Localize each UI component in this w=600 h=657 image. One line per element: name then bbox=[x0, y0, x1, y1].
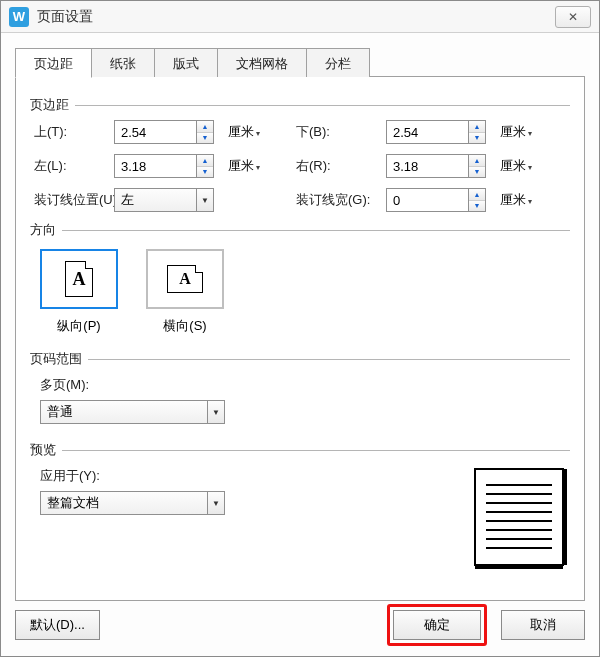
spinner-bottom[interactable]: ▲ ▼ bbox=[386, 120, 496, 144]
page-setup-dialog: W 页面设置 ✕ 页边距 纸张 版式 文档网格 分栏 页边距 上(T): bbox=[0, 0, 600, 657]
group-page-range: 页码范围 多页(M): 普通 ▼ bbox=[30, 359, 570, 436]
unit-top[interactable]: 厘米▾ bbox=[224, 123, 268, 141]
tab-paper[interactable]: 纸张 bbox=[91, 48, 155, 78]
group-orientation: 方向 A 纵向(P) bbox=[30, 230, 570, 345]
spin-down-icon[interactable]: ▼ bbox=[197, 133, 213, 144]
chevron-down-icon[interactable]: ▼ bbox=[196, 188, 214, 212]
unit-gutter-size[interactable]: 厘米▾ bbox=[496, 191, 546, 209]
input-right[interactable] bbox=[386, 154, 468, 178]
orientation-portrait[interactable]: A bbox=[40, 249, 118, 309]
label-landscape: 横向(S) bbox=[146, 317, 224, 335]
combo-multipage-value: 普通 bbox=[40, 400, 207, 424]
tab-margins[interactable]: 页边距 bbox=[15, 48, 92, 78]
group-page-range-title: 页码范围 bbox=[30, 350, 88, 368]
group-margins-title: 页边距 bbox=[30, 96, 75, 114]
combo-gutter-pos-value: 左 bbox=[114, 188, 196, 212]
combo-gutter-pos[interactable]: 左 ▼ bbox=[114, 188, 224, 212]
group-margins: 页边距 上(T): ▲ ▼ 厘米▾ 下(B): bbox=[30, 105, 570, 216]
spinner-right[interactable]: ▲ ▼ bbox=[386, 154, 496, 178]
tab-grid[interactable]: 文档网格 bbox=[217, 48, 307, 78]
portrait-page-icon: A bbox=[65, 261, 93, 297]
input-top[interactable] bbox=[114, 120, 196, 144]
chevron-down-icon[interactable]: ▼ bbox=[207, 400, 225, 424]
preview-page-icon bbox=[474, 468, 564, 566]
ok-button[interactable]: 确定 bbox=[393, 610, 481, 640]
tab-strip: 页边距 纸张 版式 文档网格 分栏 bbox=[15, 47, 585, 77]
spinner-left[interactable]: ▲ ▼ bbox=[114, 154, 224, 178]
spin-down-icon[interactable]: ▼ bbox=[197, 167, 213, 178]
label-multipage: 多页(M): bbox=[40, 376, 560, 394]
button-bar: 默认(D)... 确定 取消 bbox=[15, 600, 585, 646]
unit-right[interactable]: 厘米▾ bbox=[496, 157, 546, 175]
default-button[interactable]: 默认(D)... bbox=[15, 610, 100, 640]
ok-button-highlight: 确定 bbox=[387, 604, 487, 646]
label-bottom: 下(B): bbox=[296, 123, 386, 141]
input-left[interactable] bbox=[114, 154, 196, 178]
group-preview: 预览 应用于(Y): 整篇文档 ▼ bbox=[30, 450, 570, 570]
orientation-landscape[interactable]: A bbox=[146, 249, 224, 309]
label-left: 左(L): bbox=[34, 157, 114, 175]
input-gutter-size[interactable] bbox=[386, 188, 468, 212]
combo-multipage[interactable]: 普通 ▼ bbox=[40, 400, 225, 424]
spin-up-icon[interactable]: ▲ bbox=[469, 155, 485, 167]
spin-down-icon[interactable]: ▼ bbox=[469, 201, 485, 212]
label-top: 上(T): bbox=[34, 123, 114, 141]
unit-left[interactable]: 厘米▾ bbox=[224, 157, 268, 175]
spinner-top[interactable]: ▲ ▼ bbox=[114, 120, 224, 144]
label-portrait: 纵向(P) bbox=[40, 317, 118, 335]
title-bar: W 页面设置 ✕ bbox=[1, 1, 599, 33]
cancel-button[interactable]: 取消 bbox=[501, 610, 585, 640]
spin-up-icon[interactable]: ▲ bbox=[469, 189, 485, 201]
spinner-gutter-size[interactable]: ▲ ▼ bbox=[386, 188, 496, 212]
label-gutter-size: 装订线宽(G): bbox=[296, 191, 386, 209]
combo-apply-to[interactable]: 整篇文档 ▼ bbox=[40, 491, 225, 515]
group-preview-title: 预览 bbox=[30, 441, 62, 459]
unit-bottom[interactable]: 厘米▾ bbox=[496, 123, 546, 141]
combo-apply-to-value: 整篇文档 bbox=[40, 491, 207, 515]
spin-down-icon[interactable]: ▼ bbox=[469, 167, 485, 178]
chevron-down-icon[interactable]: ▼ bbox=[207, 491, 225, 515]
spin-up-icon[interactable]: ▲ bbox=[197, 121, 213, 133]
spin-up-icon[interactable]: ▲ bbox=[197, 155, 213, 167]
app-icon: W bbox=[9, 7, 29, 27]
close-icon: ✕ bbox=[568, 10, 578, 24]
tab-layout[interactable]: 版式 bbox=[154, 48, 218, 78]
label-gutter-pos: 装订线位置(U): bbox=[34, 191, 114, 209]
tab-columns[interactable]: 分栏 bbox=[306, 48, 370, 78]
spin-up-icon[interactable]: ▲ bbox=[469, 121, 485, 133]
tab-page-margins: 页边距 上(T): ▲ ▼ 厘米▾ 下(B): bbox=[15, 77, 585, 601]
close-button[interactable]: ✕ bbox=[555, 6, 591, 28]
input-bottom[interactable] bbox=[386, 120, 468, 144]
window-title: 页面设置 bbox=[37, 8, 555, 26]
landscape-page-icon: A bbox=[167, 265, 203, 293]
label-right: 右(R): bbox=[296, 157, 386, 175]
group-orientation-title: 方向 bbox=[30, 221, 62, 239]
spin-down-icon[interactable]: ▼ bbox=[469, 133, 485, 144]
